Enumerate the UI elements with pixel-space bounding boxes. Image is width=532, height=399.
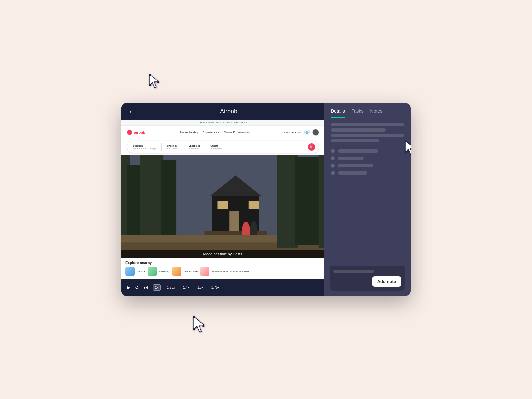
tab-tasks[interactable]: Tasks: [352, 108, 364, 118]
browser-title: Airbnb: [139, 108, 319, 115]
speed-15x[interactable]: 1.5x: [196, 285, 205, 290]
details-panel: Details Tasks Notes: [324, 103, 411, 296]
add-note-button[interactable]: Add note: [372, 276, 401, 287]
panel-tabs: Details Tasks Notes: [324, 103, 411, 118]
svg-rect-22: [277, 155, 298, 248]
speed-14x[interactable]: 1.4x: [181, 285, 191, 290]
airbnb-nav-links: Places to stay Experiences Online Experi…: [179, 131, 250, 134]
location-value: Where are you going?: [133, 147, 156, 150]
saalfeldern-thumb: [200, 267, 209, 276]
hero-section: Made possible by Hosts: [121, 155, 324, 258]
location-label: Location: [133, 145, 156, 147]
globe-icon[interactable]: 🌐: [304, 130, 310, 135]
airbnb-search-bar[interactable]: Location Where are you going? Check in A…: [127, 141, 319, 153]
search-divider-1: [161, 143, 162, 151]
guests-field[interactable]: Guests Add guests: [208, 145, 225, 150]
location-field[interactable]: Location Where are you going?: [130, 145, 159, 150]
airbnb-nav: airbnb Places to stay Experiences Online…: [121, 126, 324, 139]
skeleton-line: [338, 164, 373, 167]
skeleton-line: [331, 128, 386, 132]
svg-rect-14: [217, 201, 228, 209]
place-saalfeldern[interactable]: Saalfeldern am Steinernen Meer: [200, 267, 250, 276]
search-divider-3: [205, 143, 205, 151]
airbnb-logo-text: airbnb: [134, 130, 145, 134]
skeleton-line: [338, 171, 367, 175]
skeleton-dot: [331, 164, 335, 168]
skeleton-line: [331, 134, 404, 137]
checkout-label: Check out: [188, 145, 200, 147]
zell-thumb: [172, 267, 181, 276]
place-salzburg[interactable]: Salzburg: [148, 267, 170, 276]
svg-rect-2: [149, 84, 151, 86]
svg-rect-11: [161, 160, 176, 243]
replay-button[interactable]: ↺: [135, 285, 139, 290]
salzburg-thumb: [148, 267, 157, 276]
vienna-name: Vienna: [137, 270, 145, 273]
app-container: ‹ Airbnb Get the latest on our COVID-19 …: [121, 103, 411, 296]
back-button[interactable]: ‹: [127, 108, 135, 115]
checkin-value: Add dates: [167, 147, 178, 150]
note-input-skeleton: [333, 270, 374, 273]
browser-panel: ‹ Airbnb Get the latest on our COVID-19 …: [121, 103, 324, 296]
vienna-thumb: [125, 267, 135, 276]
checkout-value: Add dates: [188, 147, 200, 150]
main-window: ‹ Airbnb Get the latest on our COVID-19 …: [121, 103, 411, 296]
browser-content: Get the latest on our COVID-19 response …: [121, 120, 324, 279]
checkout-field[interactable]: Check out Add dates: [186, 145, 202, 150]
tab-notes[interactable]: Notes: [370, 108, 383, 118]
skeleton-list-item: [331, 149, 404, 153]
svg-rect-23: [295, 157, 321, 245]
checkin-field[interactable]: Check in Add dates: [164, 145, 180, 150]
cursor-bottom: [191, 315, 208, 336]
place-zell[interactable]: Zell am See: [172, 267, 198, 276]
note-area: Add note: [330, 266, 405, 291]
hero-caption: Made possible by Hosts: [121, 250, 324, 258]
explore-places: Vienna Salzburg Zell am See: [125, 267, 320, 276]
tab-details[interactable]: Details: [331, 108, 345, 118]
cursor-top: [148, 73, 161, 91]
nav-experiences[interactable]: Experiences: [202, 131, 219, 134]
search-button[interactable]: 🔍: [308, 143, 315, 151]
become-host-btn[interactable]: Become a host: [284, 131, 302, 134]
svg-rect-15: [249, 201, 259, 209]
explore-section: Explore nearby Vienna Salzburg: [121, 258, 324, 279]
skip-button[interactable]: ⏭: [144, 285, 148, 290]
airbnb-site: Get the latest on our COVID-19 response …: [121, 120, 324, 279]
skeleton-line: [331, 139, 379, 142]
covid-banner[interactable]: Get the latest on our COVID-19 response: [121, 120, 324, 126]
hero-svg: [121, 155, 324, 258]
nav-places[interactable]: Places to stay: [179, 131, 198, 134]
svg-marker-31: [193, 316, 204, 332]
skeleton-list-item: [331, 171, 404, 175]
search-divider-2: [183, 143, 183, 151]
zell-name: Zell am See: [183, 270, 198, 273]
svg-rect-10: [140, 155, 163, 248]
skeleton-list-item: [331, 156, 404, 160]
svg-rect-1: [149, 74, 151, 76]
skeleton-list-item: [331, 164, 404, 168]
skeleton-dot: [331, 156, 335, 160]
svg-rect-3: [151, 83, 152, 84]
skeleton-line: [331, 123, 404, 126]
svg-rect-33: [193, 328, 195, 330]
speed-175x[interactable]: 1.75x: [210, 285, 221, 290]
place-vienna[interactable]: Vienna: [125, 267, 145, 276]
hero-image: [121, 155, 324, 258]
skeleton-line: [338, 157, 364, 160]
play-button[interactable]: ▶: [127, 285, 130, 290]
svg-rect-16: [229, 211, 239, 232]
guests-label: Guests: [210, 145, 222, 147]
user-avatar[interactable]: [312, 129, 319, 136]
speed-125x[interactable]: 1.25x: [165, 285, 177, 290]
speed-1x[interactable]: 1x: [153, 284, 161, 291]
nav-online[interactable]: Online Experiences: [224, 131, 250, 134]
explore-title: Explore nearby: [125, 261, 320, 265]
airbnb-nav-actions: Become a host 🌐: [284, 129, 319, 136]
svg-rect-35: [203, 325, 204, 327]
svg-rect-34: [195, 327, 197, 328]
saalfeldern-name: Saalfeldern am Steinernen Meer: [211, 270, 250, 273]
browser-header: ‹ Airbnb: [121, 103, 324, 120]
guests-value: Add guests: [210, 147, 222, 150]
svg-rect-4: [157, 82, 159, 83]
salzburg-name: Salzburg: [159, 270, 170, 273]
